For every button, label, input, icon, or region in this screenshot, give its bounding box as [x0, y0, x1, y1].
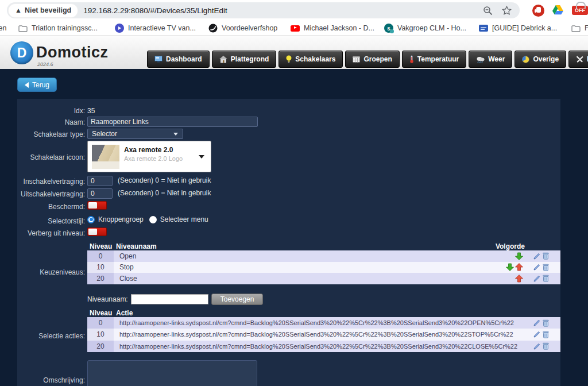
delete-icon[interactable] — [543, 331, 549, 338]
zoom-icon[interactable] — [483, 6, 493, 16]
bookmark-item[interactable]: Voordeelverfshop — [208, 22, 277, 34]
bookmark-item[interactable]: s Vakgroep CLM - Ho... — [384, 22, 466, 34]
bookmark-item[interactable]: [GUIDE] Debrick a... — [479, 22, 557, 34]
on-delay-hint: (Seconden) 0 = Niet in gebruik — [118, 176, 211, 184]
thermometer-icon — [409, 55, 414, 63]
levels-table-header: Niveau Niveaunaam Volgorde — [87, 242, 560, 250]
url-text[interactable]: 192.168.2.29:8080/#/Devices/35/LightEdit — [83, 6, 483, 15]
back-button[interactable]: Terug — [17, 78, 57, 92]
nav-groepen[interactable]: Groepen — [345, 51, 399, 68]
delete-icon[interactable] — [543, 264, 549, 271]
levels-table: Niveau Niveaunaam Volgorde 0 Open — [87, 242, 560, 284]
move-up-icon[interactable] — [515, 275, 523, 283]
description-label: Omschrijving: — [17, 376, 85, 384]
off-delay-input[interactable] — [87, 188, 113, 199]
main-nav: Dashboard Plattegrond Schakelaars — [147, 51, 588, 68]
naam-label: Naam: — [17, 118, 85, 126]
on-delay-input[interactable] — [87, 176, 113, 186]
icon-subtitle: Axa remote 2.0 Logo — [124, 155, 183, 162]
page-content: Terug Idx: 35 Naam: Schakelaar type: Sel… — [0, 69, 588, 386]
device-edit-panel: Idx: 35 Naam: Schakelaar type: Selector … — [17, 99, 560, 386]
bookmarks-bar: ten Triatlon trainingssc... Interactieve… — [0, 21, 588, 36]
nav-instellingen[interactable]: Instellingen — [568, 51, 588, 68]
bookmark-item[interactable]: Michael Jackson - D... — [291, 22, 374, 34]
add-level-label: Niveaunaam: — [87, 295, 128, 303]
delete-icon[interactable] — [543, 252, 549, 260]
nav-weer[interactable]: Weer — [469, 51, 512, 68]
delete-icon[interactable] — [543, 342, 549, 350]
nav-dashboard[interactable]: Dashboard — [147, 51, 210, 68]
chevron-down-icon — [199, 155, 204, 159]
address-bar[interactable]: ▲ Niet beveiligd 192.168.2.29:8080/#/Dev… — [7, 2, 520, 18]
edit-icon[interactable] — [533, 264, 540, 271]
browser-toolbar: ▲ Niet beveiligd 192.168.2.29:8080/#/Dev… — [0, 0, 588, 21]
nav-temperatuur[interactable]: Temperatuur — [402, 51, 466, 68]
type-select[interactable]: Selector — [87, 129, 183, 139]
protected-toggle[interactable] — [87, 201, 107, 210]
nav-plattegrond[interactable]: Plattegrond — [212, 51, 277, 68]
bookmark-item[interactable]: Triatlon trainingssc... — [18, 22, 98, 34]
on-delay-label: Inschakelvertraging: — [17, 177, 85, 186]
type-label: Schakelaar type: — [17, 130, 85, 138]
bookmark-item[interactable]: F — [571, 22, 588, 34]
off-delay-label: Uitschakelvertraging: — [17, 190, 85, 198]
actions-table-header: Niveau Actie — [87, 308, 560, 317]
app-version: 2024.6 — [37, 61, 53, 67]
actions-table: Niveau Actie 0 http://raamopener-links.s… — [87, 308, 560, 352]
edit-icon[interactable] — [533, 343, 540, 350]
screen: ▲ Niet beveiligd 192.168.2.29:8080/#/Dev… — [0, 0, 588, 386]
add-level-button[interactable]: Toevoegen — [211, 294, 264, 305]
idx-value: 35 — [87, 107, 95, 115]
selector-style-options: Knoppengroep Selecteer menu — [87, 215, 208, 223]
weather-icon — [476, 56, 485, 63]
globe-icon — [208, 24, 218, 33]
drive-extension-icon[interactable] — [552, 5, 564, 16]
level-row: 10 Stop — [87, 262, 560, 273]
off-extension-icon[interactable]: OFF — [572, 6, 588, 15]
sharepoint-icon: s — [384, 24, 393, 33]
action-row: 10 http://raamopener-links.sydspost.nl/c… — [87, 329, 560, 340]
hide-off-toggle[interactable] — [87, 227, 107, 236]
move-down-icon[interactable] — [506, 263, 514, 271]
device-icon-image — [92, 145, 119, 169]
nav-overige[interactable]: Overige — [514, 51, 566, 68]
add-level-row: Niveaunaam: Toevoegen — [87, 294, 263, 305]
play-circle-icon — [115, 24, 124, 33]
actions-label: Selectie acties: — [17, 332, 85, 340]
bookmark-item[interactable]: Interactieve TV van... — [115, 22, 196, 34]
level-row: 20 Close — [87, 273, 560, 284]
nav-schakelaars[interactable]: Schakelaars — [278, 51, 343, 68]
security-chip[interactable]: ▲ Niet beveiligd — [9, 4, 78, 17]
chevron-down-icon — [173, 133, 178, 136]
radio-buttongroup[interactable] — [87, 216, 95, 223]
edit-icon[interactable] — [533, 319, 540, 326]
domoticz-logo[interactable]: D — [10, 41, 33, 64]
edit-icon[interactable] — [533, 331, 540, 338]
floorplan-icon — [219, 56, 227, 63]
youtube-icon — [291, 25, 300, 32]
delete-icon[interactable] — [543, 319, 549, 327]
delete-icon[interactable] — [543, 275, 549, 282]
action-row: 0 http://raamopener-links.sydspost.nl/cm… — [87, 317, 560, 329]
security-label: Niet beveiligd — [25, 6, 71, 14]
move-up-icon[interactable] — [515, 263, 523, 271]
bookmark-star-icon[interactable] — [502, 6, 512, 16]
naam-input[interactable] — [87, 117, 258, 127]
move-down-icon[interactable] — [515, 252, 523, 260]
forum-icon — [479, 25, 488, 32]
radio-selectmenu[interactable] — [149, 216, 157, 223]
bookmark-item[interactable]: ten — [0, 22, 6, 34]
adblock-extension-icon[interactable] — [532, 5, 544, 17]
app-header: D Domoticz 2024.6 Dashboard Plattegrond — [0, 36, 588, 69]
edit-icon[interactable] — [533, 275, 540, 282]
folder-icon — [18, 25, 28, 32]
icon-select[interactable]: Axa remote 2.0 Axa remote 2.0 Logo — [87, 141, 211, 172]
description-textarea[interactable] — [87, 360, 257, 386]
off-delay-hint: (Seconden) 0 = Niet in gebruik — [118, 189, 211, 197]
settings-icon — [576, 56, 583, 63]
idx-label: Idx: — [17, 107, 85, 115]
bulb-icon — [286, 55, 292, 63]
edit-icon[interactable] — [533, 253, 540, 260]
icon-title: Axa remote 2.0 — [124, 146, 173, 154]
add-level-input[interactable] — [131, 294, 208, 304]
